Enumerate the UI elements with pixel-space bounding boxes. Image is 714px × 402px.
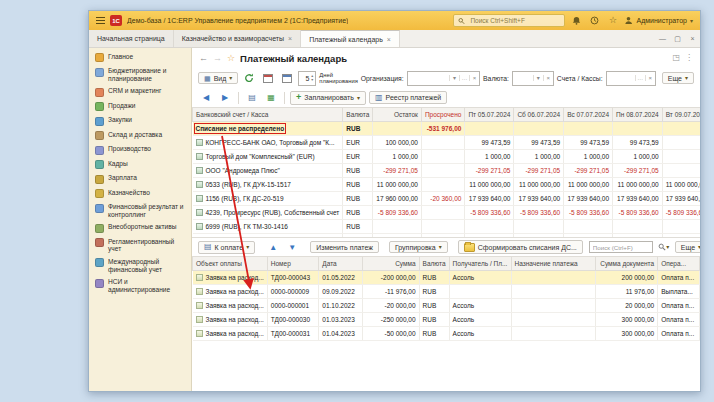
open-window-icon[interactable]: ◳	[672, 54, 680, 62]
table-row[interactable]: 6999 (RUB), ГК ТМ-30-1416RUB	[193, 220, 701, 234]
currency-label: Валюта:	[483, 75, 509, 82]
dropdown-icon[interactable]: ▾	[449, 75, 459, 81]
main-menu-icon[interactable]	[96, 17, 105, 24]
sidebar-item[interactable]: Продажи	[89, 99, 191, 114]
move-up-icon[interactable]: ▲	[265, 239, 281, 255]
column-header[interactable]: Сумма документа	[596, 257, 658, 271]
payments-search-input[interactable]	[589, 241, 653, 253]
column-header[interactable]: Пт 05.07.2024	[465, 108, 514, 122]
column-header[interactable]: Пн 08.07.2024	[613, 108, 663, 122]
plan-payment-button[interactable]: + Запланировать ▾	[290, 91, 366, 105]
column-header[interactable]: Дата	[319, 257, 363, 271]
dropdown-icon[interactable]: ▾	[533, 75, 543, 81]
generate-writeoffs-button[interactable]: Сформировать списания ДС...	[458, 240, 583, 254]
history-clock-icon[interactable]	[588, 14, 601, 27]
choose-icon[interactable]: …	[459, 75, 469, 81]
accounts-select[interactable]: … ×	[606, 71, 656, 86]
currency-select[interactable]: ▾ ×	[512, 71, 554, 86]
sidebar-item[interactable]: CRM и маркетинг	[89, 85, 191, 100]
column-header[interactable]: Сб 06.07.2024	[514, 108, 564, 122]
sidebar-item[interactable]: НСИ и администрирование	[89, 276, 191, 296]
column-header[interactable]: Объект оплаты	[193, 257, 268, 271]
edit-payment-button[interactable]: Изменить платеж	[310, 241, 379, 253]
back-icon[interactable]: ←	[199, 54, 208, 63]
payment-registry-button[interactable]: ▥ Реестр платежей	[369, 91, 447, 104]
table-row[interactable]: Заявка на расход...ТД00-00003101.04.2023…	[193, 327, 700, 341]
column-header[interactable]: Валюта	[343, 108, 373, 122]
favorite-star-icon[interactable]: ☆	[227, 54, 235, 63]
column-header[interactable]: Получатель / Пл...	[449, 257, 511, 271]
forward-icon[interactable]: →	[213, 54, 222, 63]
favorites-star-icon[interactable]: ☆	[606, 14, 619, 27]
table-row[interactable]: ООО "Андромеда Плюс"RUB-299 271,05-299 2…	[193, 164, 701, 178]
search-options-icon[interactable]: ▾	[656, 239, 672, 255]
calendar-period-button[interactable]	[279, 70, 295, 86]
table-row[interactable]: Заявка на расход...0000-00000909.09.2022…	[193, 285, 700, 299]
table-row[interactable]: Заявка на расход...ТД00-00003001.03.2023…	[193, 313, 700, 327]
table-row[interactable]: Торговый дом "Комплексный" (EUR)EUR1 000…	[193, 150, 701, 164]
tab-close-icon[interactable]: ×	[387, 36, 391, 43]
table-row[interactable]: КОНГРЕСС-БАНК ОАО, Торговый дом "К...EUR…	[193, 136, 701, 150]
sidebar-item[interactable]: Международный финансовый учет	[89, 255, 191, 275]
global-search[interactable]	[453, 14, 565, 27]
planning-days-stepper[interactable]: 5 ▴▾	[298, 71, 316, 86]
prev-period-icon[interactable]: ◀	[198, 90, 214, 106]
next-period-icon[interactable]: ▶	[217, 90, 233, 106]
clear-icon[interactable]: ×	[469, 75, 479, 81]
more-button-lower[interactable]: Еще ▾	[675, 241, 701, 253]
more-button[interactable]: Еще ▾	[662, 72, 694, 84]
sidebar-item[interactable]: Закупки	[89, 114, 191, 129]
more-vert-icon[interactable]: ⋮	[685, 54, 693, 62]
sidebar-item[interactable]: Казначейство	[89, 186, 191, 201]
sidebar-item[interactable]: Финансовый результат и контроллинг	[89, 201, 191, 221]
sidebar-item[interactable]: Регламентированный учет	[89, 235, 191, 255]
tab-item[interactable]: Казначейство и взаиморасчеты×	[174, 30, 301, 47]
close-button[interactable]: ×	[685, 30, 700, 47]
column-header[interactable]: Опера...	[658, 257, 700, 271]
column-header[interactable]: Назначение платежа	[511, 257, 596, 271]
sidebar-item[interactable]: Зарплата	[89, 172, 191, 187]
column-header[interactable]: Валюта	[419, 257, 449, 271]
sidebar-item[interactable]: Производство	[89, 143, 191, 158]
view-button[interactable]: ▦ Вид ▾	[198, 72, 238, 84]
grouping-button[interactable]: Группировка ▾	[389, 241, 448, 253]
column-header[interactable]: Сумма	[362, 257, 419, 271]
minimize-button[interactable]: —	[655, 30, 670, 47]
clear-icon[interactable]: ×	[543, 75, 553, 81]
sidebar-item[interactable]: Внеоборотные активы	[89, 221, 191, 236]
refresh-button[interactable]	[241, 70, 257, 86]
column-header[interactable]: Вт 09.07.2024	[662, 108, 700, 122]
table-row[interactable]: 1156 (RUB), ГК ДС-20-519RUB17 960 000,00…	[193, 192, 701, 206]
stepper-arrows-icon[interactable]: ▴▾	[311, 74, 313, 82]
column-header[interactable]: Просрочено	[421, 108, 464, 122]
clear-icon[interactable]: ×	[645, 75, 655, 81]
sidebar-item[interactable]: Кадры	[89, 157, 191, 172]
tab-close-icon[interactable]: ×	[288, 35, 292, 42]
column-header[interactable]: Остаток	[373, 108, 422, 122]
sidebar-item[interactable]: Склад и доставка	[89, 128, 191, 143]
cash-icon[interactable]: ▦	[263, 90, 279, 106]
table-row[interactable]: 4239, Промресурс (RUB), Собственный счет…	[193, 206, 701, 220]
organization-select[interactable]: ▾ … ×	[407, 71, 480, 86]
table-row[interactable]: Списание не распределеноRUB-531 976,00	[193, 122, 701, 136]
notifications-bell-icon[interactable]	[570, 14, 583, 27]
move-down-icon[interactable]: ▼	[284, 239, 300, 255]
column-header[interactable]: Номер	[267, 257, 319, 271]
payments-list-icon[interactable]: ▤	[244, 90, 260, 106]
table-row[interactable]: Заявка на расход...ТД00-00004301.05.2022…	[193, 271, 700, 285]
calendar-day-button[interactable]	[260, 70, 276, 86]
column-header[interactable]: Вс 07.07.2024	[564, 108, 613, 122]
column-header[interactable]: Банковский счет / Касса	[193, 108, 343, 122]
user-menu[interactable]: Администратор ▾	[624, 16, 693, 25]
maximize-button[interactable]: ▢	[670, 30, 685, 47]
sidebar-item[interactable]: Бюджетирование и планирование	[89, 65, 191, 85]
folder-icon	[464, 243, 475, 252]
table-row[interactable]: 0533 (RUB), ГК ДУК-15-1517RUB11 000 000,…	[193, 178, 701, 192]
table-row[interactable]: Заявка на расход...0000-00000101.10.2022…	[193, 299, 700, 313]
tab-active[interactable]: Платежный календарь×	[301, 30, 400, 47]
to-pay-button[interactable]: ▤ К оплате ▾	[198, 241, 255, 254]
sidebar-item[interactable]: Главное	[89, 50, 191, 65]
tab-item[interactable]: Начальная страница	[89, 30, 174, 47]
choose-icon[interactable]: …	[635, 75, 645, 81]
global-search-input[interactable]	[468, 16, 560, 25]
